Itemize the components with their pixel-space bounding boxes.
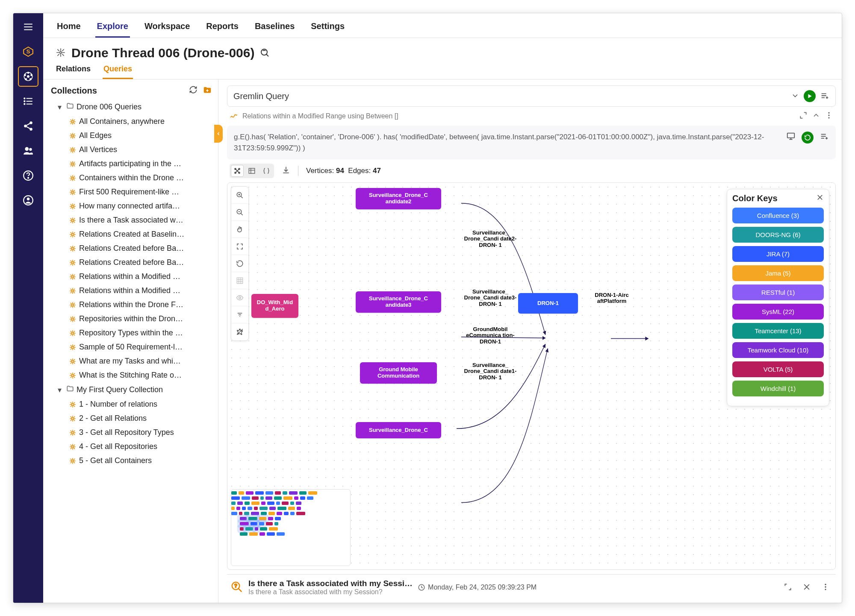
tree-query-item[interactable]: 3 - Get all Repository Types	[47, 425, 215, 440]
collapse-sidebar-handle[interactable]	[214, 125, 223, 143]
legend-chip[interactable]: Jama (5)	[732, 265, 824, 281]
account-nav-icon[interactable]	[18, 190, 38, 211]
graph-node[interactable]: DRON-1	[518, 293, 578, 314]
rerun-query-button[interactable]	[802, 132, 814, 144]
svg-line-225	[71, 416, 72, 417]
new-folder-icon[interactable]	[203, 85, 212, 96]
list-nav-icon[interactable]	[18, 91, 38, 111]
refresh-title-icon[interactable]	[259, 47, 270, 59]
subtab-relations[interactable]: Relations	[55, 63, 91, 79]
legend-chip[interactable]: JIRA (7)	[732, 246, 824, 262]
topnav-workspace[interactable]: Workspace	[143, 21, 192, 38]
expand-icon[interactable]	[799, 111, 808, 121]
more-icon[interactable]	[825, 111, 833, 121]
add-query-icon[interactable]	[820, 91, 829, 102]
filter-icon[interactable]	[231, 306, 248, 323]
tree-query-item[interactable]: First 500 Requirement-like …	[47, 185, 215, 199]
topnav-home[interactable]: Home	[55, 21, 83, 38]
run-query-button[interactable]	[804, 90, 816, 102]
fit-icon[interactable]	[231, 238, 248, 255]
fullscreen-icon[interactable]	[781, 583, 795, 593]
svg-line-35	[62, 54, 64, 56]
refresh-collections-icon[interactable]	[189, 85, 198, 96]
help-nav-icon[interactable]	[18, 165, 38, 186]
tree-query-item[interactable]: 2 - Get all Relations	[47, 411, 215, 425]
tree-query-item[interactable]: Sample of 50 Requirement-l…	[47, 340, 215, 354]
graph-canvas[interactable]: Color Keys Confluence (3)DOORS-NG (6)JIR…	[227, 182, 836, 570]
tree-query-item[interactable]: All Edges	[47, 129, 215, 143]
legend-chip[interactable]: Teamwork Cloud (10)	[732, 342, 824, 358]
tree-query-item[interactable]: All Vertices	[47, 143, 215, 157]
relayout-icon[interactable]	[231, 255, 248, 272]
svg-line-253	[74, 462, 75, 463]
edge-label: GroundMobil eCommunica tion-DRON-1	[458, 326, 522, 345]
share-nav-icon[interactable]	[18, 116, 38, 136]
legend-chip[interactable]: RESTful (1)	[732, 285, 824, 300]
tree-query-item[interactable]: All Containers, anywhere	[47, 114, 215, 129]
tree-query-item[interactable]: Relations Created before Ba…	[47, 241, 215, 255]
json-view-icon[interactable]	[260, 165, 273, 177]
brand-icon[interactable]: S	[18, 41, 38, 62]
chevron-down-icon[interactable]	[791, 91, 799, 101]
download-icon[interactable]	[282, 166, 290, 176]
close-legend-icon[interactable]	[816, 194, 824, 203]
query-sub-label: Relations within a Modified Range using …	[242, 112, 398, 120]
tree-query-item[interactable]: Relations within a Modified …	[47, 270, 215, 284]
tree-query-item[interactable]: 1 - Number of relations	[47, 397, 215, 411]
topnav-explore[interactable]: Explore	[95, 21, 130, 38]
tree-query-item[interactable]: Repositories within the Dron…	[47, 312, 215, 326]
graph-node[interactable]: Surveillance_Drone_C andidate3	[356, 291, 441, 313]
legend-chip[interactable]: Teamcenter (13)	[732, 323, 824, 339]
svg-point-11	[24, 74, 26, 76]
tree-query-item[interactable]: Is there a Task associated w…	[47, 213, 215, 227]
graph-node[interactable]: Surveillance_Drone_C andidate2	[356, 188, 441, 209]
mute-icon[interactable]	[231, 323, 248, 340]
collapse-up-icon[interactable]	[812, 111, 820, 121]
legend-chip[interactable]: SysML (22)	[732, 304, 824, 320]
append-query-icon[interactable]	[820, 132, 829, 144]
presentation-icon[interactable]	[786, 132, 796, 144]
more-bottom-icon[interactable]	[819, 583, 832, 593]
tree-query-item[interactable]: Relations within a Modified …	[47, 284, 215, 298]
legend-chip[interactable]: Confluence (3)	[732, 208, 824, 223]
svg-rect-290	[237, 278, 243, 284]
legend-chip[interactable]: Windchill (1)	[732, 381, 824, 396]
topnav-baselines[interactable]: Baselines	[253, 21, 296, 38]
tree-query-item[interactable]: Relations Created at Baselin…	[47, 227, 215, 241]
graph-node[interactable]: Ground Mobile Communication	[360, 362, 437, 384]
close-bottom-icon[interactable]	[800, 583, 814, 593]
graph-view-icon[interactable]	[231, 165, 244, 177]
users-nav-icon[interactable]	[18, 141, 38, 161]
menu-icon[interactable]	[18, 17, 38, 37]
graph-node[interactable]: Surveillance_Drone_C	[356, 422, 441, 438]
tree-folder[interactable]: ▾Drone 006 Queries	[47, 100, 215, 114]
graph-nav-icon[interactable]	[18, 66, 38, 87]
zoom-out-icon[interactable]	[231, 204, 248, 221]
tree-query-item[interactable]: Repository Types within the …	[47, 326, 215, 340]
tree-query-item[interactable]: Relations Created before Ba…	[47, 255, 215, 270]
zoom-in-icon[interactable]	[231, 187, 248, 204]
topnav-settings[interactable]: Settings	[309, 21, 346, 38]
svg-point-175	[72, 332, 74, 334]
tree-query-item[interactable]: Containers within the Drone …	[47, 171, 215, 185]
tree-query-item[interactable]: What are my Tasks and whi…	[47, 354, 215, 368]
tree-folder[interactable]: ▾My First Query Collection	[47, 382, 215, 397]
tree-query-item[interactable]: Artifacts participating in the …	[47, 157, 215, 171]
tree-query-item[interactable]: How many connected artifa…	[47, 199, 215, 213]
pan-icon[interactable]	[231, 221, 248, 238]
subtab-queries[interactable]: Queries	[103, 63, 133, 79]
minimap[interactable]	[231, 489, 351, 566]
grid-icon[interactable]	[231, 272, 248, 289]
tree-query-item[interactable]: 4 - Get all Repositories	[47, 440, 215, 454]
tree-query-item[interactable]: 5 - Get all Containers	[47, 454, 215, 468]
table-view-icon[interactable]	[245, 165, 258, 177]
legend-chip[interactable]: VOLTA (5)	[732, 361, 824, 377]
graph-node[interactable]: DO_With_Mid d_Aero	[251, 294, 298, 318]
topnav-reports[interactable]: Reports	[204, 21, 240, 38]
svg-point-295	[239, 296, 241, 299]
visibility-icon[interactable]	[231, 289, 248, 306]
tree-query-item[interactable]: What is the Stitching Rate o…	[47, 368, 215, 382]
query-text[interactable]: g.E().has( 'Relation', 'container', 'Dro…	[234, 132, 780, 153]
legend-chip[interactable]: DOORS-NG (6)	[732, 227, 824, 243]
tree-query-item[interactable]: Relations within the Drone F…	[47, 298, 215, 312]
